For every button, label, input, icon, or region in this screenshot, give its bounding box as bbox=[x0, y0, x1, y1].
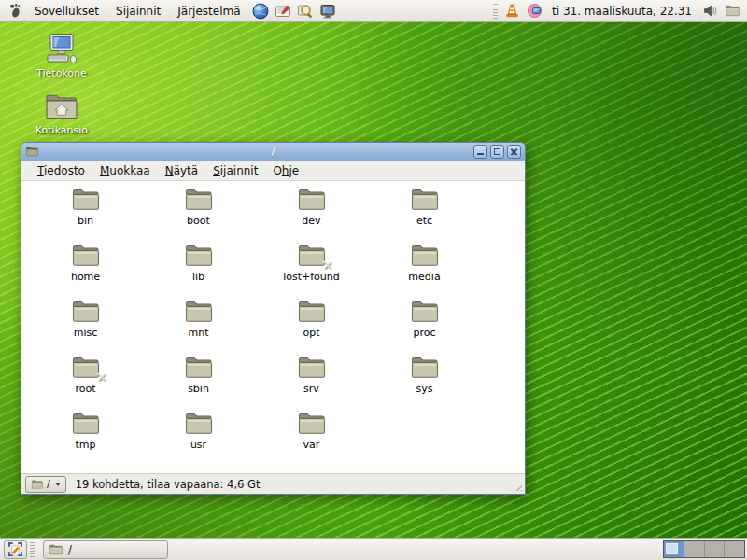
clock[interactable]: ti 31. maaliskuuta, 22.31 bbox=[552, 5, 692, 18]
chevron-down-icon bbox=[55, 483, 61, 486]
updater-icon bbox=[527, 3, 543, 19]
folder-label: tmp bbox=[75, 439, 95, 451]
menu-applications[interactable]: Sovellukset bbox=[26, 2, 107, 21]
folder-item[interactable]: ✕ proc bbox=[368, 299, 481, 355]
folder-label: root bbox=[75, 383, 95, 395]
menu-system[interactable]: Järjestelmä bbox=[169, 2, 248, 21]
show-desktop-button[interactable] bbox=[4, 540, 27, 559]
folder-icon: ✕ bbox=[409, 355, 441, 381]
folder-icon: ✕ bbox=[70, 187, 102, 213]
gnome-foot-icon[interactable] bbox=[6, 2, 24, 21]
folder-item[interactable]: ✕ lost+found bbox=[255, 243, 368, 299]
folder-label: misc bbox=[74, 327, 98, 339]
location-dropdown-button[interactable]: / bbox=[25, 476, 66, 493]
email-launcher-icon[interactable] bbox=[274, 2, 292, 21]
menu-view[interactable]: Näytä bbox=[158, 162, 206, 179]
window-menubar: Tiedosto Muokkaa Näytä Sijainnit Ohje bbox=[21, 161, 525, 181]
resize-grip[interactable] bbox=[514, 483, 522, 491]
folder-item[interactable]: ✕ misc bbox=[29, 299, 142, 355]
magnifier-icon bbox=[297, 3, 314, 20]
menu-file[interactable]: Tiedosto bbox=[30, 162, 92, 179]
folder-item[interactable]: ✕ etc bbox=[368, 187, 481, 243]
folder-item[interactable]: ✕ usr bbox=[142, 411, 255, 467]
maximize-button[interactable] bbox=[490, 145, 504, 159]
folder-item[interactable]: ✕ sbin bbox=[142, 355, 255, 411]
software-updater-tray-icon[interactable] bbox=[525, 2, 543, 21]
folder-icon: ✕ bbox=[70, 411, 102, 437]
folder-item[interactable]: ✕ bin bbox=[29, 187, 142, 243]
web-browser-launcher-icon[interactable] bbox=[251, 2, 270, 21]
minimize-button[interactable] bbox=[473, 145, 487, 159]
folder-label: sbin bbox=[188, 383, 209, 395]
folder-label: media bbox=[408, 271, 440, 283]
folder-item[interactable]: ✕ dev bbox=[255, 187, 368, 243]
vlc-tray-icon[interactable] bbox=[502, 2, 521, 21]
folder-icon: ✕ bbox=[183, 355, 215, 381]
top-panel: Sovellukset Sijainnit Järjestelmä bbox=[0, 0, 747, 22]
folder-icon: ✕ bbox=[296, 411, 328, 437]
taskbar-window-label: / bbox=[68, 543, 72, 556]
screen-launcher-icon[interactable] bbox=[318, 2, 337, 21]
folder-item[interactable]: ✕ var bbox=[255, 411, 368, 467]
no-access-emblem-icon: ✕ bbox=[97, 371, 107, 385]
workspace-4[interactable] bbox=[725, 541, 744, 557]
folder-icon: ✕ bbox=[70, 299, 102, 325]
computer-icon bbox=[45, 33, 78, 65]
folder-item[interactable]: ✕ tmp bbox=[29, 411, 142, 467]
menu-edit[interactable]: Muokkaa bbox=[92, 162, 158, 179]
taskbar-drag-handle[interactable] bbox=[30, 542, 35, 557]
folder-label: lib bbox=[192, 271, 204, 283]
menu-places[interactable]: Sijainnit bbox=[107, 2, 169, 21]
folder-item[interactable]: ✕ boot bbox=[142, 187, 255, 243]
folder-label: srv bbox=[303, 383, 319, 395]
menu-places[interactable]: Sijainnit bbox=[205, 162, 265, 179]
desktop-icon-computer[interactable]: Tietokone bbox=[21, 33, 103, 79]
folder-icon: ✕ bbox=[70, 355, 102, 381]
show-desktop-icon bbox=[8, 542, 22, 556]
folder-item[interactable]: ✕ media bbox=[368, 243, 481, 299]
folder-item[interactable]: ✕ lib bbox=[142, 243, 255, 299]
globe-icon bbox=[252, 3, 269, 20]
folder-label: proc bbox=[413, 327, 435, 339]
desktop-icon-home[interactable]: Kotikansio bbox=[21, 91, 103, 136]
window-titlebar[interactable]: / bbox=[21, 143, 525, 161]
workspace-1[interactable] bbox=[664, 541, 684, 557]
desktop-icon-label: Kotikansio bbox=[21, 124, 103, 136]
close-button[interactable] bbox=[507, 145, 521, 159]
folder-item[interactable]: ✕ root bbox=[29, 355, 142, 411]
monitor-icon bbox=[319, 3, 336, 20]
folder-grid: ✕ bin ✕ boot ✕ dev bbox=[21, 181, 525, 467]
workspace-3[interactable] bbox=[705, 541, 726, 557]
home-folder-icon bbox=[43, 91, 80, 122]
gnome-foot-icon-svg bbox=[7, 3, 23, 19]
desktop-root: Sovellukset Sijainnit Järjestelmä bbox=[0, 0, 747, 560]
folder-label: boot bbox=[187, 215, 210, 227]
folder-item[interactable]: ✕ srv bbox=[255, 355, 368, 411]
folder-label: opt bbox=[303, 327, 319, 339]
folder-item[interactable]: ✕ home bbox=[29, 243, 142, 299]
folder-item[interactable]: ✕ opt bbox=[255, 299, 368, 355]
workspace-switcher bbox=[663, 540, 745, 558]
volume-icon[interactable] bbox=[700, 2, 719, 21]
folder-label: dev bbox=[302, 215, 320, 227]
tray-folder-icon[interactable] bbox=[723, 2, 741, 21]
folder-item[interactable]: ✕ mnt bbox=[142, 299, 255, 355]
taskbar-window-button[interactable]: / bbox=[43, 540, 168, 559]
traffic-cone-icon bbox=[504, 3, 520, 19]
tray-drag-handle[interactable] bbox=[493, 4, 498, 19]
search-launcher-icon[interactable] bbox=[296, 2, 315, 21]
folder-icon: ✕ bbox=[296, 355, 328, 381]
folder-icon: ✕ bbox=[409, 187, 441, 213]
no-access-emblem-icon: ✕ bbox=[323, 259, 333, 273]
folder-icon bbox=[725, 4, 740, 18]
folder-label: etc bbox=[416, 215, 432, 227]
system-tray: ti 31. maaliskuuta, 22.31 bbox=[490, 2, 743, 21]
folder-icon bbox=[31, 479, 44, 490]
folder-item[interactable]: ✕ sys bbox=[368, 355, 481, 411]
file-manager-window: / Tiedosto Muokkaa Näytä Sijainnit Ohje … bbox=[21, 142, 526, 495]
menu-help[interactable]: Ohje bbox=[265, 162, 306, 179]
folder-icon bbox=[49, 543, 63, 556]
maximize-icon bbox=[494, 148, 500, 155]
folder-icon: ✕ bbox=[183, 411, 215, 437]
workspace-2[interactable] bbox=[684, 541, 705, 557]
